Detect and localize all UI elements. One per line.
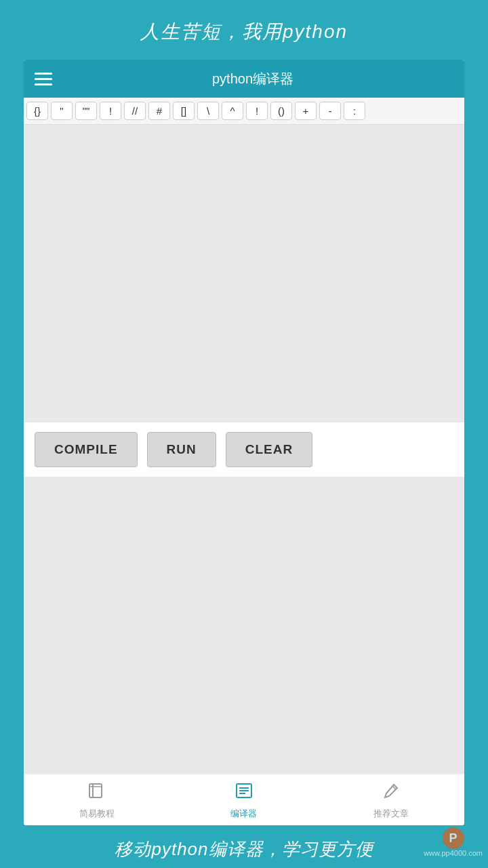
bottom-nav: 简易教程 编译器 — [24, 774, 464, 825]
symbol-brackets[interactable]: [] — [173, 102, 195, 120]
watermark-text: www.pp4000.com — [424, 849, 483, 857]
action-buttons: COMPILE RUN CLEAR — [24, 422, 464, 477]
symbol-caret[interactable]: ^ — [222, 102, 243, 120]
toolbar-title: python编译器 — [52, 70, 453, 88]
symbol-plus[interactable]: + — [295, 102, 317, 120]
symbol-colon[interactable]: : — [344, 102, 365, 120]
nav-label-tutorial: 简易教程 — [79, 808, 115, 820]
hamburger-menu[interactable] — [35, 73, 52, 85]
toolbar: python编译器 — [24, 60, 464, 98]
watermark-logo: P — [443, 827, 464, 849]
symbol-bar: {} " "" ! // # [] \ ^ ! () + - : — [24, 98, 464, 125]
pencil-icon — [382, 781, 401, 805]
compiler-icon — [235, 781, 253, 805]
nav-item-articles[interactable]: 推荐文章 — [364, 781, 418, 820]
symbol-braces[interactable]: {} — [26, 102, 48, 120]
nav-label-articles: 推荐文章 — [373, 808, 409, 820]
clear-button[interactable]: CLEAR — [226, 432, 312, 467]
symbol-hash[interactable]: # — [148, 102, 170, 120]
compile-button[interactable]: COMPILE — [35, 432, 138, 467]
symbol-dslash[interactable]: // — [124, 102, 146, 120]
nav-label-compiler: 编译器 — [230, 808, 257, 820]
top-slogan: 人生苦短，我用python — [140, 0, 348, 60]
main-content: COMPILE RUN CLEAR 简易教程 — [24, 125, 464, 825]
app-container: python编译器 {} " "" ! // # [] \ ^ ! () + -… — [24, 60, 464, 825]
symbol-quote-double[interactable]: "" — [75, 102, 97, 120]
code-editor[interactable] — [24, 125, 464, 422]
bottom-slogan: 移动python编译器，学习更方便 — [115, 825, 373, 868]
output-area — [24, 477, 464, 774]
watermark: P www.pp4000.com — [424, 827, 483, 857]
symbol-backslash[interactable]: \ — [197, 102, 219, 120]
run-button[interactable]: RUN — [147, 432, 216, 467]
book-icon — [87, 781, 106, 805]
nav-item-compiler[interactable]: 编译器 — [217, 781, 271, 820]
symbol-parens[interactable]: () — [270, 102, 292, 120]
symbol-quote-single[interactable]: " — [51, 102, 73, 120]
nav-item-tutorial[interactable]: 简易教程 — [70, 781, 124, 820]
symbol-bang[interactable]: ! — [246, 102, 268, 120]
symbol-minus[interactable]: - — [319, 102, 341, 120]
svg-rect-0 — [89, 784, 102, 797]
symbol-exclaim[interactable]: ! — [100, 102, 121, 120]
